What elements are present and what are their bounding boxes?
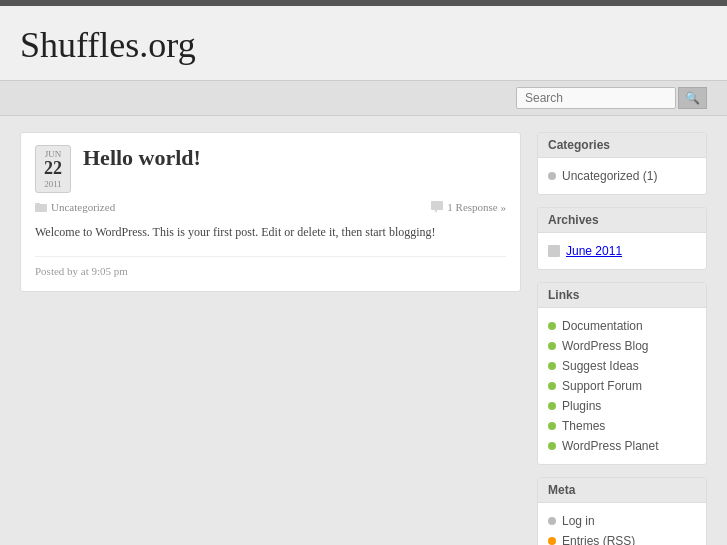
folder-icon: [35, 201, 47, 213]
archives-content: June 2011: [538, 233, 706, 269]
link-item[interactable]: Plugins: [562, 399, 601, 413]
bullet-icon: [548, 342, 556, 350]
link-item[interactable]: WordPress Blog: [562, 339, 648, 353]
link-item[interactable]: Suggest Ideas: [562, 359, 639, 373]
svg-rect-1: [35, 203, 40, 205]
links-title: Links: [538, 283, 706, 308]
search-bar: 🔍: [0, 81, 727, 116]
list-item: Log in: [548, 511, 696, 531]
list-item: Documentation: [548, 316, 696, 336]
post-date: Jun 22 2011: [35, 145, 71, 193]
list-item: WordPress Blog: [548, 336, 696, 356]
meta-widget: Meta Log in Entries (RSS) Comments (RSS)…: [537, 477, 707, 545]
comment-icon: [431, 201, 443, 213]
list-item: Suggest Ideas: [548, 356, 696, 376]
list-item: Support Forum: [548, 376, 696, 396]
post-posted-by: Posted by at 9:05 pm: [35, 265, 128, 277]
link-item[interactable]: Support Forum: [562, 379, 642, 393]
archives-widget: Archives June 2011: [537, 207, 707, 270]
post-day: 22: [42, 159, 64, 179]
link-item[interactable]: Themes: [562, 419, 605, 433]
archive-icon: [548, 245, 560, 257]
bullet-icon: [548, 402, 556, 410]
meta-content: Log in Entries (RSS) Comments (RSS) Word…: [538, 503, 706, 545]
content-area: Jun 22 2011 Hello world! Uncategorized: [20, 132, 521, 545]
post-title[interactable]: Hello world!: [83, 145, 201, 171]
bullet-icon: [548, 172, 556, 180]
bullet-icon: [548, 442, 556, 450]
post-category-label[interactable]: Uncategorized: [51, 201, 115, 213]
post-meta: Uncategorized 1 Response »: [35, 201, 506, 213]
svg-rect-0: [35, 204, 47, 212]
list-item: Plugins: [548, 396, 696, 416]
svg-marker-3: [434, 210, 437, 213]
archives-title: Archives: [538, 208, 706, 233]
bullet-icon: [548, 382, 556, 390]
categories-widget: Categories Uncategorized (1): [537, 132, 707, 195]
search-input[interactable]: [516, 87, 676, 109]
post-responses-label[interactable]: 1 Response »: [447, 201, 506, 213]
list-item: Uncategorized (1): [548, 166, 696, 186]
post-responses: 1 Response »: [431, 201, 506, 213]
list-item: Themes: [548, 416, 696, 436]
post-year: 2011: [42, 179, 64, 189]
bullet-icon: [548, 422, 556, 430]
bullet-icon: [548, 517, 556, 525]
main-layout: Jun 22 2011 Hello world! Uncategorized: [0, 116, 727, 545]
sidebar: Categories Uncategorized (1) Archives Ju…: [537, 132, 707, 545]
meta-link[interactable]: Entries (RSS): [562, 534, 635, 545]
post-content: Welcome to WordPress. This is your first…: [35, 223, 506, 242]
post-card: Jun 22 2011 Hello world! Uncategorized: [20, 132, 521, 292]
links-content: Documentation WordPress Blog Suggest Ide…: [538, 308, 706, 464]
links-widget: Links Documentation WordPress Blog Sugge…: [537, 282, 707, 465]
site-title: Shuffles.org: [20, 24, 707, 66]
bullet-icon: [548, 362, 556, 370]
post-footer: Posted by at 9:05 pm: [35, 256, 506, 277]
bullet-icon: [548, 322, 556, 330]
categories-title: Categories: [538, 133, 706, 158]
list-item: June 2011: [548, 241, 696, 261]
post-category: Uncategorized: [35, 201, 115, 213]
link-item[interactable]: Documentation: [562, 319, 643, 333]
list-item: WordPress Planet: [548, 436, 696, 456]
category-link[interactable]: Uncategorized (1): [562, 169, 657, 183]
search-button[interactable]: 🔍: [678, 87, 707, 109]
meta-link[interactable]: Log in: [562, 514, 595, 528]
categories-content: Uncategorized (1): [538, 158, 706, 194]
archive-link[interactable]: June 2011: [566, 244, 622, 258]
list-item: Entries (RSS): [548, 531, 696, 545]
svg-rect-2: [431, 201, 443, 210]
post-header: Jun 22 2011 Hello world!: [35, 145, 506, 193]
header: Shuffles.org: [0, 6, 727, 81]
link-item[interactable]: WordPress Planet: [562, 439, 659, 453]
meta-title: Meta: [538, 478, 706, 503]
bullet-icon: [548, 537, 556, 545]
